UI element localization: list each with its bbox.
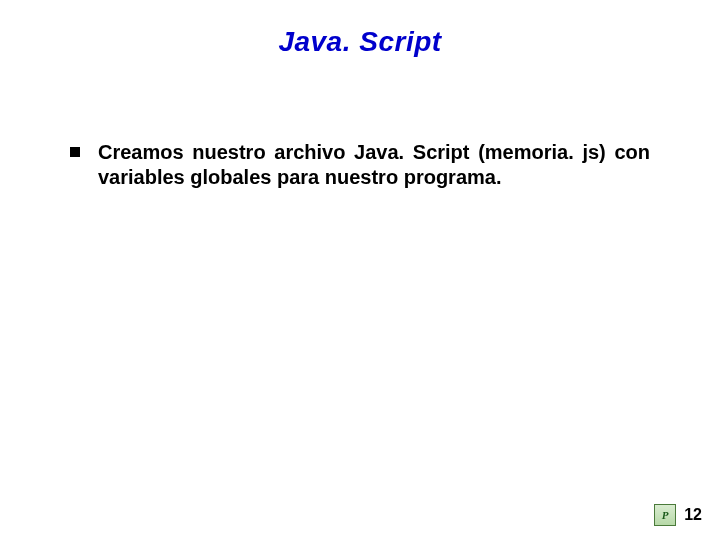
bullet-square-icon	[70, 147, 80, 157]
slide-footer: P 12	[654, 504, 702, 526]
slide: Java. Script Creamos nuestro archivo Jav…	[0, 0, 720, 540]
page-number: 12	[684, 506, 702, 524]
slide-title: Java. Script	[0, 26, 720, 58]
slide-body: Creamos nuestro archivo Java. Script (me…	[70, 140, 650, 190]
logo-icon: P	[654, 504, 676, 526]
bullet-item: Creamos nuestro archivo Java. Script (me…	[70, 140, 650, 190]
bullet-text: Creamos nuestro archivo Java. Script (me…	[98, 140, 650, 190]
